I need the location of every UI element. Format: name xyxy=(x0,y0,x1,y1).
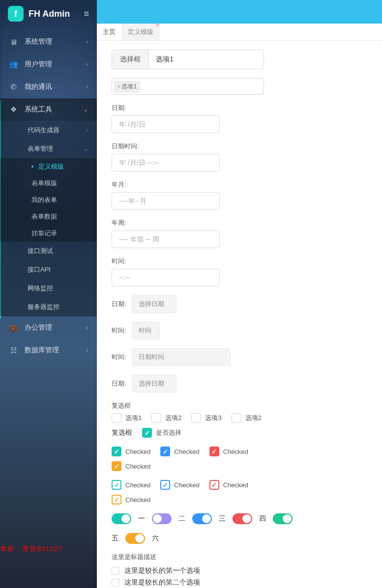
desc-title: 这里是标题描述 xyxy=(112,553,367,561)
watermark: 掌柜：青苔901027 xyxy=(0,545,63,554)
tag-input[interactable]: × 选项1 xyxy=(112,78,264,95)
brand: f FH Admin ≡ xyxy=(0,0,97,28)
checked-amber[interactable]: Checked xyxy=(112,461,150,471)
checkbox-label: Checked xyxy=(125,496,150,504)
p-time-label: 时间: xyxy=(112,327,126,334)
users-icon: 👥 xyxy=(9,60,18,69)
brand-title: FH Admin xyxy=(29,9,79,19)
checked-outline-blue[interactable]: Checked xyxy=(160,480,199,490)
checkbox-opt3[interactable]: 选项3 xyxy=(191,413,221,423)
select-input[interactable] xyxy=(149,50,264,69)
checkbox-label: 选项2 xyxy=(245,414,262,422)
checkbox-icon xyxy=(209,447,219,456)
phone-icon: ✆ xyxy=(9,83,18,91)
tabs: 主页 定义模版 ✕ xyxy=(97,24,382,41)
checkbox-label: 选项1 xyxy=(125,414,142,422)
sub3-label: 我的表单 xyxy=(31,196,57,204)
time-input[interactable] xyxy=(112,269,220,286)
sub-net-monitor[interactable]: 网络监控 xyxy=(0,279,97,298)
time-label: 时间: xyxy=(112,257,367,266)
chevron-right-icon: › xyxy=(86,324,88,331)
briefcase-icon: 💼 xyxy=(9,323,18,332)
checkbox-label: Checked xyxy=(174,481,199,489)
sub3-form-tpl[interactable]: 表单模版 xyxy=(0,175,97,192)
nav-system-tools-sub: 代码生成器 › 表单管理 ⌄ 定义模版 表单模版 我的表单 表单数据 挂靠记录 … xyxy=(0,121,97,316)
tab-home[interactable]: 主页 xyxy=(97,24,122,40)
desc-opt1[interactable]: 这里是较长的第一个选项 xyxy=(112,566,367,575)
checked-red[interactable]: Checked xyxy=(209,447,248,456)
date-input[interactable] xyxy=(112,115,220,133)
nav-system-mgmt[interactable]: 🖥 系统管理 › xyxy=(0,30,97,53)
close-icon[interactable]: ✕ xyxy=(156,23,160,28)
sub-label: 代码生成器 xyxy=(28,126,59,135)
checkbox-opt1[interactable]: 选项1 xyxy=(112,413,142,423)
checked-blue[interactable]: Checked xyxy=(160,447,199,456)
checkbox-icon xyxy=(142,428,152,438)
switch-5[interactable] xyxy=(273,513,293,524)
sidebar: f FH Admin ≡ 🖥 系统管理 › 👥 用户管理 › ✆ 我的通讯 › … xyxy=(0,0,97,588)
switch-2[interactable] xyxy=(152,513,172,524)
nav-my-comm[interactable]: ✆ 我的通讯 › xyxy=(0,76,97,98)
checkbox-opt2[interactable]: 选项2 xyxy=(151,413,181,423)
sub3-define-tpl[interactable]: 定义模版 xyxy=(0,158,97,175)
sub-api-test[interactable]: 接口测试 xyxy=(0,242,97,260)
checked-outline-red[interactable]: Checked xyxy=(209,480,248,490)
checkbox-label: Checked xyxy=(174,448,199,455)
checkbox-icon xyxy=(151,413,161,423)
nav-office-mgmt[interactable]: 💼 办公管理 › xyxy=(0,316,97,339)
sub3-form-data[interactable]: 表单数据 xyxy=(0,208,97,225)
checkbox-select-toggle[interactable]: 是否选择 xyxy=(142,428,181,438)
p-date2-label: 日期: xyxy=(112,380,126,387)
switch-label: 三 xyxy=(219,514,226,523)
menu-toggle-icon[interactable]: ≡ xyxy=(84,9,89,19)
switch-1[interactable] xyxy=(112,513,131,524)
main: 主页 定义模版 ✕ 选择框 × 选项1 xyxy=(97,0,382,588)
p-time-input[interactable]: 时间 xyxy=(132,322,160,339)
checkbox-icon xyxy=(160,480,170,490)
switch-label: 四 xyxy=(259,514,266,523)
nav-user-mgmt[interactable]: 👥 用户管理 › xyxy=(0,53,97,76)
desc-opt2[interactable]: 这里是较长的第二个选项 xyxy=(112,578,367,587)
switch-label: 二 xyxy=(178,514,185,523)
sub-label: 接口测试 xyxy=(28,247,53,255)
checked-outline-teal[interactable]: Checked xyxy=(112,480,150,490)
monitor-icon: 🖥 xyxy=(9,38,18,46)
checked-teal[interactable]: Checked xyxy=(112,447,150,456)
checkbox-opt4[interactable]: 选项2 xyxy=(232,413,262,423)
yearmonth-input[interactable] xyxy=(112,192,220,210)
p-datetime-input[interactable]: 日期时间 xyxy=(132,348,231,366)
checkbox-label: Checked xyxy=(223,481,248,489)
chevron-right-icon: › xyxy=(86,38,88,45)
sub-api[interactable]: 接口API xyxy=(0,260,97,279)
sub3-my-forms[interactable]: 我的表单 xyxy=(0,192,97,208)
checkbox-label: Checked xyxy=(125,463,150,470)
checked-outline-amber[interactable]: Checked xyxy=(112,495,150,504)
nav-system-tools[interactable]: ❖ 系统工具 ⌄ xyxy=(0,98,97,121)
datetime-input[interactable] xyxy=(112,154,220,171)
sub-codegen[interactable]: 代码生成器 › xyxy=(0,121,97,140)
tag-remove-icon[interactable]: × xyxy=(118,84,120,89)
nav-db-mgmt[interactable]: ☷ 数据库管理 › xyxy=(0,339,97,362)
nav-label: 数据库管理 xyxy=(25,346,79,355)
switch-4[interactable] xyxy=(233,513,252,524)
sub3-hook-record[interactable]: 挂靠记录 xyxy=(0,225,97,242)
yearweek-input[interactable] xyxy=(112,230,220,248)
chevron-right-icon: › xyxy=(86,127,88,133)
opt-label: 这里是较长的第二个选项 xyxy=(124,578,200,587)
checkbox-label: Checked xyxy=(223,448,248,455)
checkbox-icon xyxy=(112,447,121,456)
p-date2-input[interactable]: 选择日期 xyxy=(132,375,176,392)
nav: 🖥 系统管理 › 👥 用户管理 › ✆ 我的通讯 › ❖ 系统工具 ⌄ xyxy=(0,30,97,362)
p-date-input[interactable]: 选择日期 xyxy=(132,295,176,313)
sub-form-mgmt[interactable]: 表单管理 ⌄ xyxy=(0,140,97,158)
p-datetime-label: 时间: xyxy=(112,353,126,361)
chevron-right-icon: › xyxy=(86,347,88,354)
nav-label: 用户管理 xyxy=(25,60,79,69)
nav-label: 系统工具 xyxy=(25,105,76,114)
nav-label: 系统管理 xyxy=(25,37,79,46)
switch-6[interactable] xyxy=(125,533,145,544)
switch-3[interactable] xyxy=(192,513,212,524)
yearmonth-label: 年月: xyxy=(112,180,367,189)
tab-define-tpl[interactable]: 定义模版 ✕ xyxy=(122,24,160,40)
sub-server-monitor[interactable]: 服务器监控 xyxy=(0,298,97,316)
